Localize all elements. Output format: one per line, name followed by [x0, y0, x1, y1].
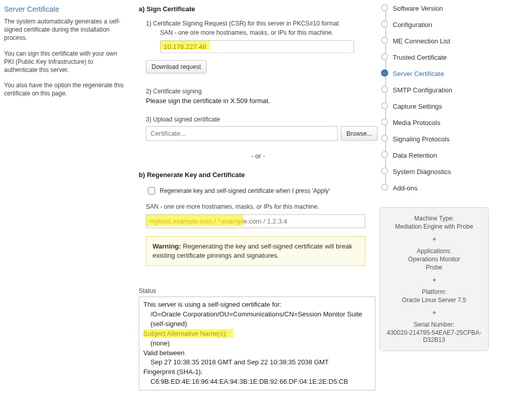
nav-item-trusted-certificate[interactable]: Trusted Certificate [393, 49, 497, 65]
circle-icon [381, 135, 388, 142]
status-line-6: Sep 27 10:38:35 2018 GMT and Sep 22 10:3… [150, 358, 371, 367]
circle-icon [381, 102, 388, 109]
warning-text: Regenerating the key and self-signed cer… [153, 242, 352, 259]
circle-icon [381, 184, 388, 191]
status-line-3: Subject Alternative Name(s): [143, 330, 228, 337]
section-a-title: a) Sign Certificate [139, 5, 377, 13]
page-title: Server Certificate [4, 5, 127, 13]
nav-item-server-certificate[interactable]: Server Certificate [393, 65, 497, 82]
nav-item-system-diagnostics[interactable]: System Diagnostics [393, 163, 497, 180]
separator-diamond-icon: ◆ [384, 236, 484, 241]
applications-value-2: Probe [384, 264, 484, 271]
status-line-4: (none) [150, 339, 371, 349]
warning-bold: Warning: [153, 242, 181, 250]
platform-key: Platform: [384, 288, 484, 295]
circle-icon [381, 53, 388, 60]
csr-san-label: SAN - one ore more hostnames, masks, or … [160, 29, 377, 36]
csr-step1-label: 1) Certificate Signing Request (CSR) for… [146, 20, 377, 27]
browse-button[interactable]: Browse... [341, 126, 377, 141]
circle-icon [381, 20, 388, 28]
csr-step2-text: Please sign the certificate in X.509 for… [146, 97, 377, 105]
nav-label: Data Retention [393, 152, 437, 159]
status-line-1: This server is using a self-signed certi… [143, 301, 282, 308]
nav-label: Configuration [393, 21, 432, 29]
nav-label: Signaling Protocols [393, 135, 449, 143]
nav-label: System Diagnostics [393, 168, 451, 176]
system-info-panel: Machine Type: Mediation Engine with Prob… [380, 207, 489, 351]
nav-item-capture-settings[interactable]: Capture Settings [393, 98, 497, 114]
left-description-panel: Server Certificate The system automatica… [0, 0, 131, 396]
status-label: Status [139, 287, 377, 294]
warning-box: Warning: Regenerating the key and self-s… [146, 236, 365, 266]
regen-san-input[interactable] [146, 214, 365, 228]
separator-diamond-icon: ◆ [384, 310, 484, 315]
separator-diamond-icon: ◆ [384, 277, 484, 282]
nav-item-software-version[interactable]: Software Version [393, 0, 497, 16]
nav-label: Server Certificate [393, 70, 444, 78]
csr-san-input[interactable] [160, 40, 354, 53]
nav-label: ME Connection List [393, 37, 450, 45]
download-request-button[interactable]: Download request [146, 60, 207, 73]
nav-item-smtp-configuration[interactable]: SMTP Configuration [393, 82, 497, 98]
circle-icon [381, 37, 388, 44]
nav-label: Media Protocols [393, 119, 440, 127]
circle-icon [381, 151, 388, 158]
status-line-2: /O=Oracle Corporation/OU=Communications/… [150, 310, 371, 329]
nav-label: Capture Settings [393, 103, 442, 110]
left-paragraph-3: You also have the option the regenerate … [4, 81, 127, 97]
regen-san-label: SAN - one ore more hostnames, masks, or … [146, 203, 377, 210]
circle-icon [381, 4, 388, 11]
nav-item-configuration[interactable]: Configuration [393, 16, 497, 33]
csr-step3-label: 3) Upload signed certificate [146, 116, 377, 123]
section-b-title: b) Regenerate Key and Certificate [139, 171, 377, 179]
status-line-5: Valid between [143, 349, 185, 357]
nav-item-add-ons[interactable]: Add-ons [393, 180, 497, 196]
wizard-connector-line [385, 5, 386, 191]
applications-value-1: Operations Monitor [384, 256, 484, 263]
nav-item-me-connection-list[interactable]: ME Connection List [393, 33, 497, 49]
nav-item-data-retention[interactable]: Data Retention [393, 147, 497, 163]
nav-label: Software Version [393, 5, 443, 12]
regenerate-checkbox[interactable] [148, 187, 155, 194]
or-separator: - or - [139, 152, 377, 160]
status-line-8: C6:9B:ED:4E:16:96:44:EA:94:3B:1E:DB:92:6… [150, 377, 371, 387]
machine-type-value: Mediation Engine with Probe [384, 223, 484, 230]
nav-label: SMTP Configuration [393, 86, 452, 94]
main-content: a) Sign Certificate 1) Certificate Signi… [131, 0, 377, 396]
wizard-nav: Software Version Configuration ME Connec… [381, 0, 497, 196]
left-paragraph-1: The system automatically generates a sel… [4, 17, 127, 42]
applications-key: Applications: [384, 248, 484, 255]
circle-icon [381, 118, 388, 126]
nav-item-media-protocols[interactable]: Media Protocols [393, 114, 497, 131]
nav-label: Trusted Certificate [393, 54, 447, 61]
nav-item-signaling-protocols[interactable]: Signaling Protocols [393, 131, 497, 147]
certificate-file-input[interactable] [146, 126, 338, 141]
left-paragraph-2: You can sign this certificate with your … [4, 50, 127, 75]
serial-value: 430020-214795-54EAE7-25CFBA-D32B13 [384, 329, 484, 343]
serial-key: Serial Number: [384, 321, 484, 328]
status-box: This server is using a self-signed certi… [139, 297, 375, 390]
status-line-7: Fingerprint (SHA-1): [143, 368, 203, 376]
machine-type-key: Machine Type: [384, 215, 484, 222]
csr-step2-label: 2) Certificate signing [146, 88, 377, 95]
circle-icon [381, 167, 388, 175]
circle-icon [381, 86, 388, 93]
regenerate-checkbox-label: Regenerate key and self-signed certifica… [160, 187, 330, 194]
platform-value: Oracle Linux Server 7.5 [384, 297, 484, 304]
circle-icon-active [381, 69, 388, 77]
nav-label: Add-ons [393, 184, 417, 192]
